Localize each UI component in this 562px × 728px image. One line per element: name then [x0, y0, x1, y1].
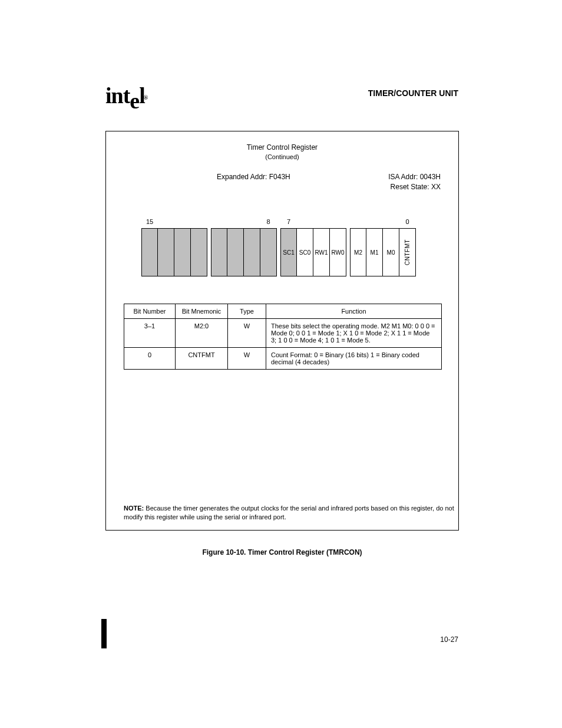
bit-cell: [158, 228, 174, 276]
cell-func: Count Format: 0 = Binary (16 bits) 1 = B…: [266, 348, 442, 370]
note: NOTE: Because the timer generates the ou…: [124, 504, 458, 522]
col-bit-number: Bit Number: [124, 304, 176, 319]
bit-num: 7: [281, 218, 296, 225]
intel-logo: intel®: [105, 83, 148, 108]
reset-state: Reset State: XX: [391, 183, 441, 191]
bit-cell-6: SC0: [297, 228, 313, 276]
logo-drop-e: e: [130, 88, 139, 114]
logo: intel®: [105, 83, 148, 108]
halfbyte-11-8: 8: [211, 228, 277, 276]
bit-cell: [211, 228, 227, 276]
halfbyte-3-0: M2 M1 M0 0 CNTFMT: [350, 228, 416, 276]
col-function: Function: [266, 304, 442, 319]
bit-diagram: 15 8 7 SC1: [141, 228, 416, 276]
cell-mn: M2:0: [176, 319, 228, 348]
bit-label-m1: M1: [366, 229, 382, 276]
bit-cell: [174, 228, 191, 276]
bit-cell: 8: [260, 228, 277, 276]
expanded-addr-label: Expanded Addr:: [217, 173, 267, 181]
bit-label-sc0: SC0: [297, 229, 313, 276]
cell-func: These bits select the operating mode. M2…: [266, 319, 442, 348]
bit-label-rw0: RW0: [330, 229, 346, 276]
figure-caption: Figure 10-10. Timer Control Register (TM…: [105, 548, 459, 556]
note-label: NOTE:: [124, 505, 144, 512]
register-title: Timer Control Register: [106, 143, 458, 151]
field-table: Bit Number Bit Mnemonic Type Function 3–…: [124, 304, 442, 370]
change-bar: [101, 619, 107, 648]
cell-bit: 0: [124, 348, 176, 370]
bit-cell-2: M1: [366, 228, 383, 276]
register-continued: (Continued): [106, 153, 458, 160]
page-number: 10-27: [440, 635, 458, 644]
bit-cell: [227, 228, 244, 276]
bit-num-8: 8: [260, 218, 276, 225]
bit-cell-0: 0 CNTFMT: [399, 228, 416, 276]
register-box: Timer Control Register (Continued) Expan…: [105, 131, 459, 531]
expanded-addr-value: F043H: [269, 173, 290, 181]
bit-cell-3: M2: [350, 228, 366, 276]
reset-state-label: Reset State:: [391, 183, 429, 191]
note-text: Because the timer generates the output c…: [124, 505, 454, 521]
bit-cell-5: RW1: [313, 228, 330, 276]
bit-label-m0: M0: [383, 229, 399, 276]
bit-label-sc1: SC1: [281, 229, 296, 276]
logo-prefix: int: [105, 83, 130, 108]
cell-bit: 3–1: [124, 319, 176, 348]
bit-cell: 15: [141, 228, 158, 276]
bit-label-m2: M2: [351, 229, 366, 276]
bit-cell-1: M0: [383, 228, 399, 276]
isa-addr-value: 0043H: [420, 173, 441, 181]
expanded-addr: Expanded Addr: F043H: [217, 173, 290, 181]
bit-num-15: 15: [142, 218, 157, 225]
cell-type: W: [228, 348, 266, 370]
registered-mark: ®: [144, 94, 147, 101]
bit-num-0: 0: [399, 218, 415, 225]
table-row: 3–1 M2:0 W These bits select the operati…: [124, 319, 442, 348]
halfbyte-15-12: 15: [141, 228, 207, 276]
register-name: Timer Control Register (Continued): [106, 143, 458, 160]
col-type: Type: [228, 304, 266, 319]
cell-mn: CNTFMT: [176, 348, 228, 370]
isa-addr: ISA Addr: 0043H: [388, 173, 441, 181]
bit-label-cntfmt: CNTFMT: [399, 229, 415, 276]
halfbyte-7-4: 7 SC1 SC0 RW1 RW0: [280, 228, 346, 276]
table-header-row: Bit Number Bit Mnemonic Type Function: [124, 304, 442, 319]
reset-state-value: XX: [431, 183, 441, 191]
bit-cell-4: RW0: [330, 228, 346, 276]
col-bit-mnemonic: Bit Mnemonic: [176, 304, 228, 319]
bit-cell-7: 7 SC1: [280, 228, 297, 276]
table-row: 0 CNTFMT W Count Format: 0 = Binary (16 …: [124, 348, 442, 370]
cell-type: W: [228, 319, 266, 348]
isa-addr-label: ISA Addr:: [388, 173, 418, 181]
bit-label-rw1: RW1: [313, 229, 329, 276]
chapter-title: TIMER/COUNTER UNIT: [368, 88, 458, 98]
bit-cell: [191, 228, 207, 276]
page: intel® TIMER/COUNTER UNIT Timer Control …: [0, 0, 562, 728]
bit-cell: [244, 228, 260, 276]
